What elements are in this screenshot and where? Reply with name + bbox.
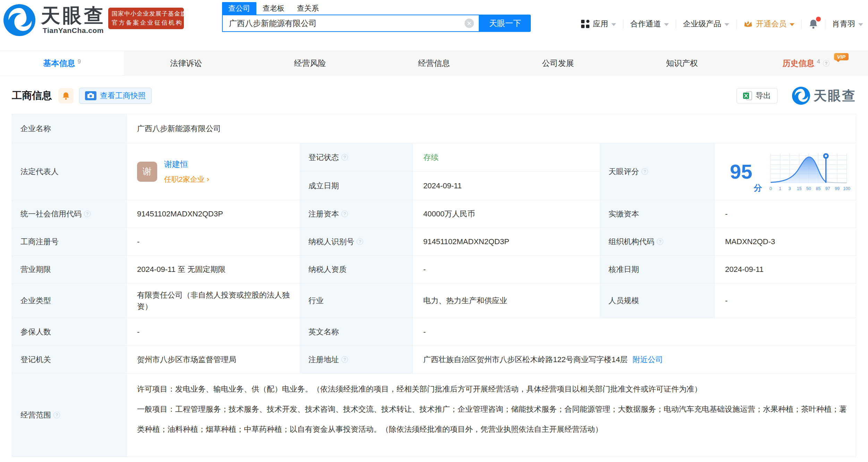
value-text: - xyxy=(423,326,426,337)
score-value: 95 xyxy=(730,162,752,182)
nav-enterprise-label: 企业级产品 xyxy=(683,19,721,29)
nav-user-menu[interactable]: 肖青羽 xyxy=(832,19,863,29)
label-text: 登记状态 xyxy=(308,152,339,163)
help-icon[interactable] xyxy=(357,238,363,245)
tianyancha-logo[interactable]: 天眼查 TianYanCha.com xyxy=(3,4,105,36)
username: 肖青羽 xyxy=(832,19,855,29)
field-value-english-name: - xyxy=(413,318,856,346)
view-snapshot-button[interactable]: 查看工商快照 xyxy=(79,88,152,104)
search-tab-company[interactable]: 查公司 xyxy=(222,2,256,15)
chevron-down-icon xyxy=(858,23,863,26)
field-label-taxpayer-quality: 纳税人资质 xyxy=(300,256,413,283)
badge-line2: 官方备案企业征信机构 xyxy=(112,18,180,27)
tab-intellectual-property[interactable]: 知识产权 xyxy=(620,51,744,75)
svg-text:99: 99 xyxy=(835,186,840,191)
value-text: MADXN2QD-3 xyxy=(725,236,775,247)
help-icon[interactable] xyxy=(641,168,648,175)
value-text: - xyxy=(137,326,139,337)
tab-operation-risk[interactable]: 经营风险 xyxy=(248,51,372,75)
positions-text: 任职2家企业 xyxy=(164,174,205,185)
search-tab-boss[interactable]: 查老板 xyxy=(256,2,291,15)
label-text: 注册资本 xyxy=(308,209,339,219)
label-text: 参保人数 xyxy=(20,327,51,337)
field-label-tianyan-score: 天眼评分 xyxy=(600,143,715,200)
field-value-reg-address: 广西壮族自治区贺州市八步区松木岭路122号商业写字楼14层 附近公司 xyxy=(413,346,856,374)
nav-open-membership[interactable]: 开通会员 xyxy=(743,19,794,29)
svg-text:50: 50 xyxy=(806,186,811,191)
score-unit: 分 xyxy=(754,182,762,194)
field-value-paid-capital: - xyxy=(715,200,856,228)
field-value-taxpayer-id: 91451102MADXN2QD3P xyxy=(413,228,600,256)
value-text: 2024-09-11 至 无固定期限 xyxy=(137,264,225,275)
field-label-approval-date: 核准日期 xyxy=(600,256,715,283)
label-text: 登记机关 xyxy=(20,354,51,365)
field-label-reg-capital: 注册资本 xyxy=(300,200,413,228)
business-info-section-header: 工商信息 查看工商快照 导出 天眼查 xyxy=(12,86,856,105)
field-label-staff-size: 人员规模 xyxy=(600,283,715,318)
search-button[interactable]: 天眼一下 xyxy=(479,15,531,32)
score-axis-labels: 0 1 3 15 50 85 97 99 100 xyxy=(769,186,850,191)
help-icon[interactable] xyxy=(341,154,348,161)
tab-label: 法律诉讼 xyxy=(170,58,202,69)
field-value-taxpayer-quality: - xyxy=(413,256,600,283)
crown-icon xyxy=(743,20,753,28)
tianyancha-company-page: 天眼查 TianYanCha.com 国家中小企业发展子基金旗下 官方备案企业征… xyxy=(0,0,868,462)
chevron-down-icon xyxy=(611,23,616,26)
value-text: 电力、热力生产和供应业 xyxy=(423,295,507,306)
search-tab-relation[interactable]: 查关系 xyxy=(291,2,325,15)
excel-icon xyxy=(743,91,752,100)
legal-rep-name-link[interactable]: 谢建恒 xyxy=(164,158,209,170)
field-value-tianyan-score: 95 分 0 1 3 15 50 85 97 99 xyxy=(715,143,856,200)
tab-company-development[interactable]: 公司发展 xyxy=(496,51,620,75)
help-icon[interactable] xyxy=(657,238,663,245)
divider xyxy=(825,19,825,28)
chevron-down-icon xyxy=(724,23,729,26)
svg-text:0: 0 xyxy=(769,186,772,191)
nav-apps[interactable]: 应用 xyxy=(581,19,616,29)
help-icon[interactable] xyxy=(84,211,91,217)
field-value-legal-rep: 谢 谢建恒 任职2家企业 xyxy=(127,143,300,200)
field-label-company-name: 企业名称 xyxy=(12,114,127,143)
logo-text: 天眼查 xyxy=(41,6,105,26)
field-label-industry: 行业 xyxy=(300,283,413,318)
badge-line1: 国家中小企业发展子基金旗下 xyxy=(112,9,180,18)
field-label-business-scope: 经营范围 xyxy=(12,374,127,457)
company-section-tabs: 基本信息 9 法律诉讼 经营风险 经营信息 公司发展 知识产权 VIP 历史信息… xyxy=(0,51,868,76)
search-input[interactable] xyxy=(223,15,479,31)
svg-text:15: 15 xyxy=(797,186,801,191)
field-value-industry: 电力、热力生产和供应业 xyxy=(413,283,600,318)
label-text: 注册地址 xyxy=(308,354,339,365)
help-icon[interactable] xyxy=(341,356,348,363)
help-icon[interactable] xyxy=(341,211,348,217)
notifications-bell[interactable] xyxy=(809,19,818,29)
label-text: 营业期限 xyxy=(20,264,51,275)
tab-label: 经营信息 xyxy=(418,58,450,69)
legal-rep-positions-link[interactable]: 任职2家企业 xyxy=(164,173,209,185)
export-button[interactable]: 导出 xyxy=(737,88,777,103)
field-label-reg-address: 注册地址 xyxy=(300,346,413,374)
field-value-establish-date: 2024-09-11 xyxy=(413,172,600,200)
tab-operation-info[interactable]: 经营信息 xyxy=(372,51,496,75)
help-icon[interactable] xyxy=(823,60,829,67)
legal-rep-avatar[interactable]: 谢 xyxy=(137,162,157,182)
nav-partners[interactable]: 合作通道 xyxy=(630,19,669,29)
help-icon[interactable] xyxy=(53,412,60,418)
nearby-companies-link[interactable]: 附近公司 xyxy=(632,354,663,365)
tab-legal-litigation[interactable]: 法律诉讼 xyxy=(124,51,248,75)
tab-basic-info[interactable]: 基本信息 9 xyxy=(0,51,124,75)
top-navigation: 应用 合作通道 企业级产品 开通会员 xyxy=(581,15,863,33)
field-label-paid-capital: 实缴资本 xyxy=(600,200,715,228)
svg-text:1: 1 xyxy=(779,186,781,191)
monitor-bell-button[interactable] xyxy=(58,88,74,103)
watermark-text: 天眼查 xyxy=(814,87,856,105)
nav-apps-label: 应用 xyxy=(593,19,608,29)
clear-search-icon[interactable]: ✕ xyxy=(465,19,474,28)
tab-history-info[interactable]: VIP 历史信息 4 xyxy=(744,51,868,75)
field-value-staff-size: - xyxy=(715,283,856,318)
svg-text:85: 85 xyxy=(816,186,820,191)
nav-enterprise[interactable]: 企业级产品 xyxy=(683,19,729,29)
field-label-reg-status: 登记状态 xyxy=(300,143,413,172)
label-text: 核准日期 xyxy=(609,264,639,275)
value-text: - xyxy=(137,236,139,247)
field-label-company-type: 企业类型 xyxy=(12,283,127,318)
